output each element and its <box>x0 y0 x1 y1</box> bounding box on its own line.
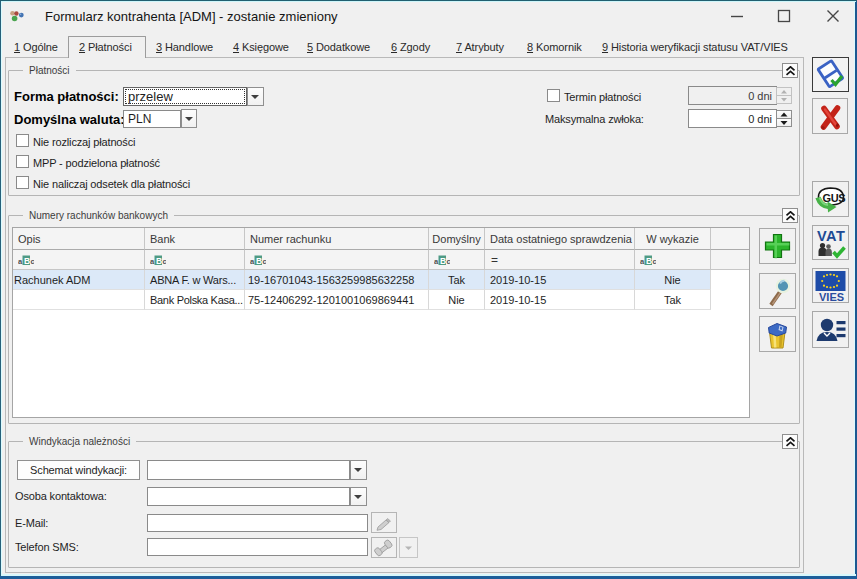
svg-text:GUS: GUS <box>823 192 846 204</box>
svg-text:VIES: VIES <box>819 291 844 302</box>
svg-text:VAT: VAT <box>817 228 845 244</box>
